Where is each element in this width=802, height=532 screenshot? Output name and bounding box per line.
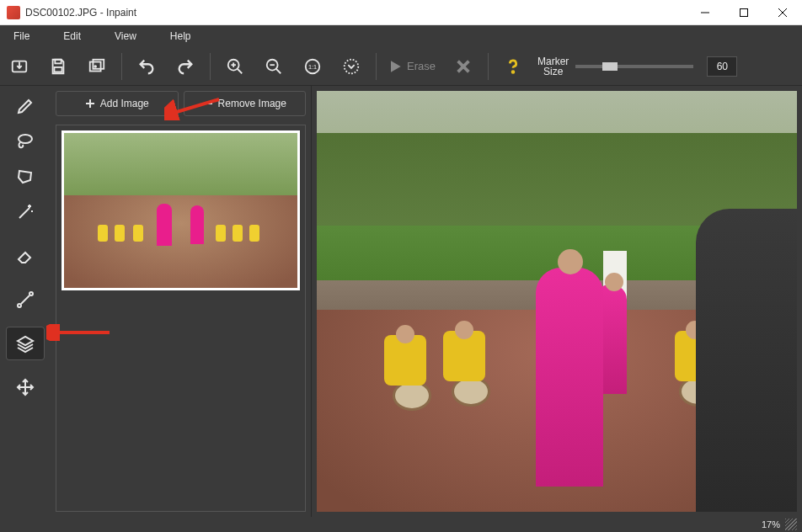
svg-line-12: [238, 68, 243, 73]
move-tool[interactable]: [6, 370, 45, 404]
zoom-actual-button[interactable]: 1:1: [294, 50, 331, 83]
redo-button[interactable]: [167, 50, 204, 83]
left-toolbar: [0, 86, 51, 517]
marker-size-label: Marker Size: [537, 56, 569, 77]
toolbar-separator: [376, 53, 377, 80]
resize-grip-icon[interactable]: [785, 519, 797, 530]
svg-point-28: [18, 304, 21, 307]
svg-point-24: [512, 71, 514, 72]
svg-point-29: [29, 292, 33, 295]
lasso-tool[interactable]: [6, 125, 45, 158]
guide-line-tool[interactable]: [6, 283, 45, 317]
svg-point-25: [19, 135, 32, 143]
polygon-lasso-tool[interactable]: [6, 160, 45, 194]
toolbar-separator: [121, 53, 122, 80]
eraser-tool[interactable]: [6, 239, 45, 273]
multi-view-tool[interactable]: [6, 327, 45, 360]
menu-view[interactable]: View: [104, 25, 160, 47]
main-toolbar: 1:1 Erase Marker Size 60: [0, 47, 802, 86]
cancel-button[interactable]: [445, 50, 482, 83]
svg-line-27: [19, 208, 29, 218]
svg-point-20: [345, 59, 359, 73]
image-canvas[interactable]: [317, 91, 797, 512]
marker-size-slider[interactable]: [575, 65, 693, 68]
toolbar-separator: [210, 53, 211, 80]
svg-marker-26: [19, 171, 31, 183]
zoom-fit-button[interactable]: [333, 50, 370, 83]
toolbar-separator: [488, 53, 489, 80]
marker-tool[interactable]: [6, 89, 45, 123]
title-bar: DSC00102.JPG - Inpaint: [0, 0, 802, 25]
remove-image-button[interactable]: Remove Image: [184, 91, 307, 116]
remove-image-label: Remove Image: [218, 98, 286, 109]
marker-size-value[interactable]: 60: [707, 56, 737, 77]
menu-bar: File Edit View Help: [0, 25, 802, 47]
thumbnail-item[interactable]: [61, 130, 300, 290]
save-button[interactable]: [40, 50, 77, 83]
side-panel-buttons: Add Image Remove Image: [51, 86, 311, 120]
zoom-out-button[interactable]: [255, 50, 292, 83]
open-button[interactable]: [1, 50, 38, 83]
menu-edit[interactable]: Edit: [53, 25, 104, 47]
svg-line-30: [21, 295, 29, 304]
svg-line-16: [276, 68, 281, 73]
help-button[interactable]: [495, 50, 532, 83]
undo-button[interactable]: [128, 50, 165, 83]
app-icon: [7, 6, 20, 19]
window-controls: [686, 0, 802, 25]
close-button[interactable]: [763, 0, 802, 25]
status-bar: 17%: [0, 517, 802, 532]
svg-rect-7: [54, 66, 61, 72]
erase-group[interactable]: Erase: [382, 58, 444, 75]
minimize-button[interactable]: [686, 0, 724, 25]
svg-point-10: [94, 66, 96, 67]
zoom-level: 17%: [762, 519, 780, 529]
menu-help[interactable]: Help: [160, 25, 215, 47]
svg-text:1:1: 1:1: [308, 62, 317, 70]
zoom-in-button[interactable]: [217, 50, 254, 83]
marker-size-group: Marker Size 60: [537, 56, 737, 77]
magic-wand-tool[interactable]: [6, 195, 45, 229]
maximize-button[interactable]: [724, 0, 763, 25]
thumbnail-list[interactable]: [56, 125, 306, 512]
menu-file[interactable]: File: [3, 25, 53, 47]
body-area: Add Image Remove Image: [0, 86, 802, 517]
erase-label: Erase: [407, 60, 436, 72]
svg-rect-6: [55, 59, 61, 63]
canvas-area[interactable]: [312, 86, 802, 517]
svg-rect-1: [741, 8, 748, 16]
add-image-button[interactable]: Add Image: [56, 91, 179, 116]
side-panel: Add Image Remove Image: [51, 86, 312, 517]
svg-marker-21: [391, 61, 401, 72]
add-image-label: Add Image: [100, 98, 149, 109]
batch-button[interactable]: [78, 50, 115, 83]
window-title: DSC00102.JPG - Inpaint: [25, 7, 686, 19]
